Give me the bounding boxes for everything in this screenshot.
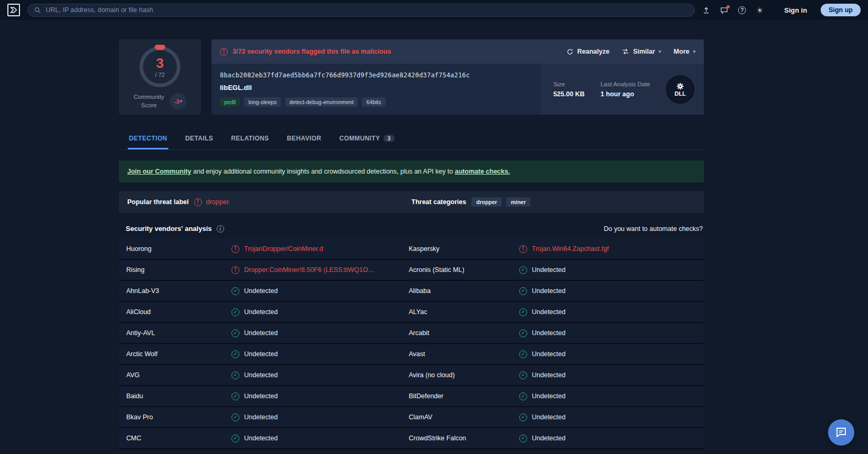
threat-value[interactable]: dropper. [206,198,230,206]
table-row: Arctic Wolf✓UndetectedAvast✓Undetected [119,344,704,365]
threat-category-chip[interactable]: dropper [471,197,502,207]
tab-label: DETECTION [129,135,167,142]
result-text: Undetected [532,371,566,379]
automate-checks-link[interactable]: automate checks. [455,168,510,175]
vendor-name: CMC [126,435,231,442]
sign-in-link[interactable]: Sign in [784,6,807,14]
check-icon: ✓ [231,435,239,442]
tab-label: RELATIONS [231,135,269,142]
join-community-link[interactable]: Join our Community [127,168,191,175]
result-text: Undetected [532,350,566,358]
vendor-result: ✓Undetected [519,287,697,295]
result-text: Undetected [532,392,566,400]
vendor-name: AhnLab-V3 [126,287,231,295]
search-input[interactable] [46,6,688,14]
vendor-result: ✓Undetected [519,392,697,400]
detection-score-gauge: 3 / 72 [139,46,180,87]
tab-community[interactable]: COMMUNITY3 [338,129,396,149]
result-text: Undetected [244,392,278,400]
file-tag[interactable]: pedll [220,97,240,107]
flag-banner: ! 3/72 security vendors flagged this fil… [211,39,704,64]
threat-category-chip[interactable]: miner [506,197,531,207]
last-analysis-date: Last Analysis Date 1 hour ago [600,81,650,98]
info-icon[interactable]: i [217,225,224,233]
check-icon: ✓ [231,392,239,400]
community-score-label: Community Score [134,93,164,109]
result-text: Undetected [532,413,566,421]
similar-icon [622,48,629,55]
topbar: ? ☀ Sign in Sign up [0,0,868,20]
file-name: libEGL.dll [220,84,532,92]
file-tag[interactable]: 64bits [362,97,385,107]
vendor-result: ✓Undetected [519,329,697,337]
file-tag[interactable]: long-sleeps [244,97,281,107]
file-tag[interactable]: detect-debug-environment [285,97,358,107]
table-row: Baidu✓UndetectedBitDefender✓Undetected [119,386,704,407]
result-text: Trojan.Win64.Zapchast.fgf [532,245,609,253]
tab-label: BEHAVIOR [287,135,321,142]
vendor-name: AliCloud [126,308,231,316]
result-text: Undetected [244,413,278,421]
tab-label: DETAILS [185,135,213,142]
result-text: Undetected [532,287,566,295]
automate-checks-question[interactable]: Do you want to automate checks? [604,225,703,233]
result-text: Undetected [244,435,278,442]
theme-toggle-icon[interactable]: ☀ [756,6,763,14]
sign-up-button[interactable]: Sign up [821,4,861,16]
upload-icon[interactable] [702,6,710,14]
check-icon: ✓ [519,266,527,274]
check-icon: ✓ [519,329,527,337]
vendor-result: ✓Undetected [231,350,409,358]
table-row: Huorong!TrojanDropper/CoinMiner.dKaspers… [119,239,704,260]
threat-categories-label: Threat categories [411,198,466,206]
reanalyze-button[interactable]: Reanalyze [567,48,609,55]
tab-label: COMMUNITY [339,135,380,142]
virustotal-logo-icon[interactable] [7,4,20,16]
check-icon: ✓ [519,350,527,358]
tab-behavior[interactable]: BEHAVIOR [286,129,322,149]
flag-message: 3/72 security vendors flagged this file … [233,48,391,55]
check-icon: ✓ [519,371,527,379]
vendor-name: Alibaba [409,287,519,295]
warning-icon: ! [220,48,228,56]
vendor-name: Kaspersky [409,245,519,253]
check-icon: ✓ [231,371,239,379]
result-text: Undetected [532,266,566,274]
file-hash[interactable]: 8bacb2082eb37fd7aed5bb6a7fc766d9937d9f3e… [220,72,532,79]
vendor-result: ✓Undetected [519,350,697,358]
community-score-badge[interactable]: -3▾ [170,93,186,109]
tab-relations[interactable]: RELATIONS [230,129,270,149]
result-text: Undetected [244,287,278,295]
file-size: Size 525.00 KB [553,81,585,98]
check-icon: ✓ [231,287,239,295]
file-type-badge: DLL [666,75,694,104]
tab-detection[interactable]: DETECTION [128,129,168,149]
check-icon: ✓ [231,308,239,316]
help-icon[interactable]: ? [738,6,746,14]
warning-icon: ! [519,245,527,253]
popular-threat-label: Popular threat label [127,198,189,206]
result-text: Undetected [244,371,278,379]
chevron-down-icon: ▾ [180,99,182,104]
feedback-icon[interactable] [720,6,728,14]
chat-fab-button[interactable] [828,419,854,446]
check-icon: ✓ [519,287,527,295]
vendor-name: Baidu [126,392,231,400]
more-button[interactable]: More ▾ [674,48,695,55]
score-total: / 72 [155,72,165,78]
result-text: Undetected [244,308,278,316]
check-icon: ✓ [519,435,527,442]
vendor-result: ✓Undetected [519,435,697,442]
vendor-result: ✓Undetected [231,308,409,316]
tab-count-badge: 3 [383,135,394,142]
vendor-result: ✓Undetected [231,329,409,337]
table-row: Antiy-AVL✓UndetectedArcabit✓Undetected [119,323,704,344]
search-bar[interactable] [27,4,695,17]
vendor-result: ✓Undetected [231,287,409,295]
table-row: AhnLab-V3✓UndetectedAlibaba✓Undetected [119,281,704,302]
tab-details[interactable]: DETAILS [184,129,214,149]
tabs: DETECTIONDETAILSRELATIONSBEHAVIORCOMMUNI… [119,129,704,150]
threat-category-chips: dropperminer [471,197,530,207]
vendor-result: ✓Undetected [519,266,697,274]
similar-button[interactable]: Similar ▾ [622,48,661,55]
